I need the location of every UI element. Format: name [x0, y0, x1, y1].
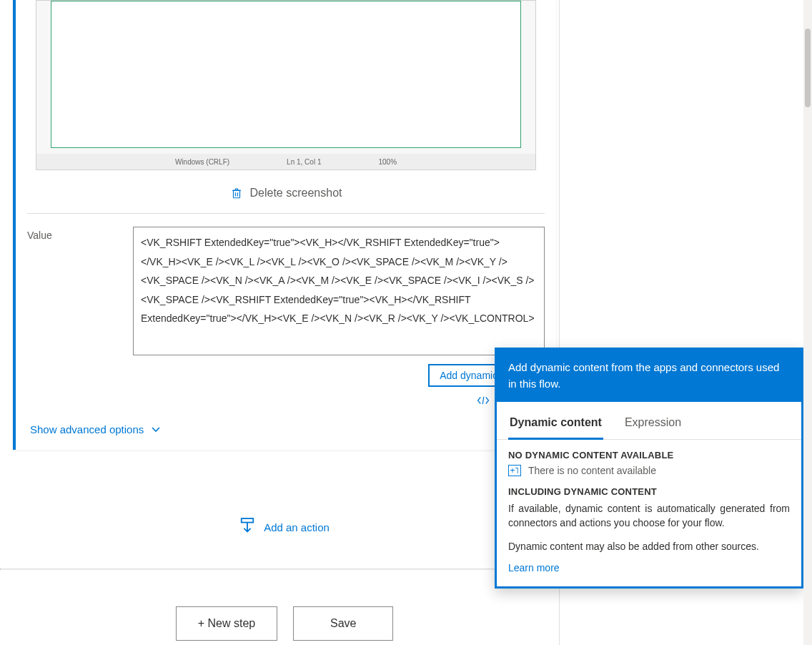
- save-button[interactable]: Save: [293, 606, 393, 641]
- code-edit-icon: [477, 395, 490, 405]
- tab-expression[interactable]: Expression: [623, 412, 683, 439]
- footer-buttons: + New step Save: [13, 606, 556, 641]
- dynamic-content-popup: Add dynamic content from the apps and co…: [495, 348, 803, 589]
- statusbar-crlf: Windows (CRLF): [175, 158, 229, 166]
- delete-screenshot-label: Delete screenshot: [250, 187, 342, 200]
- screenshot-statusbar: Windows (CRLF) Ln 1, Col 1 100%: [36, 154, 535, 169]
- scrollbar-thumb[interactable]: [805, 29, 811, 107]
- no-content-text: There is no content available: [528, 465, 656, 476]
- value-field-label: Value: [27, 227, 120, 241]
- value-input[interactable]: <VK_RSHIFT ExtendedKey="true"><VK_H></VK…: [133, 227, 545, 355]
- new-step-button[interactable]: + New step: [176, 606, 277, 641]
- delete-screenshot-button[interactable]: Delete screenshot: [16, 177, 556, 213]
- learn-more-link[interactable]: Learn more: [508, 562, 790, 573]
- action-card: Windows (CRLF) Ln 1, Col 1 100% Delete s…: [13, 0, 556, 450]
- show-advanced-toggle[interactable]: Show advanced options: [16, 410, 556, 450]
- statusbar-lncol: Ln 1, Col 1: [287, 158, 321, 166]
- including-title: INCLUDING DYNAMIC CONTENT: [508, 486, 790, 497]
- no-content-title: NO DYNAMIC CONTENT AVAILABLE: [508, 450, 790, 461]
- trash-icon: [230, 186, 243, 200]
- popup-body: NO DYNAMIC CONTENT AVAILABLE +˥ There is…: [497, 440, 801, 586]
- popup-header: Add dynamic content from the apps and co…: [497, 350, 801, 402]
- insert-step-icon: [239, 518, 255, 536]
- screenshot-inner: [51, 1, 521, 148]
- statusbar-zoom: 100%: [378, 158, 397, 166]
- other-sources-text: Dynamic content may also be added from o…: [508, 539, 790, 553]
- no-content-row: +˥ There is no content available: [508, 465, 790, 476]
- add-action-button[interactable]: Add an action: [13, 518, 556, 536]
- svg-rect-1: [242, 518, 254, 523]
- edit-code-button[interactable]: Edit code: [16, 387, 556, 410]
- svg-rect-0: [233, 190, 239, 198]
- popup-tabs: Dynamic content Expression: [497, 402, 801, 440]
- window-scrollbar[interactable]: [803, 0, 812, 645]
- chevron-down-icon: [151, 426, 161, 433]
- tab-dynamic-content[interactable]: Dynamic content: [508, 412, 603, 440]
- screenshot-preview[interactable]: Windows (CRLF) Ln 1, Col 1 100%: [36, 0, 536, 170]
- show-advanced-label: Show advanced options: [30, 423, 144, 435]
- plus-box-icon: +˥: [508, 465, 521, 476]
- including-text: If available, dynamic content is automat…: [508, 501, 790, 531]
- add-action-label: Add an action: [264, 521, 330, 533]
- value-row: Value <VK_RSHIFT ExtendedKey="true"><VK_…: [16, 214, 556, 360]
